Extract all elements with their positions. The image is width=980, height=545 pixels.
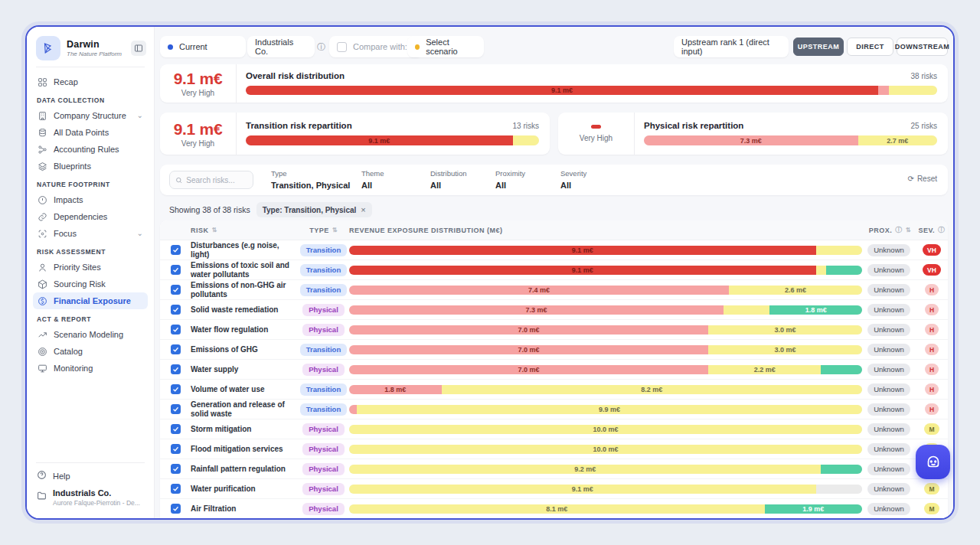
filter-chip[interactable]: Type: Transition, Physical × [256,202,372,217]
header-type[interactable]: TYPE⇅ [298,227,349,234]
company-pill[interactable]: Industrials Co. [247,36,315,57]
table-row: Generation and release of solid waste Tr… [160,400,948,419]
risks-table: RISK⇅ TYPE⇅ REVENUE EXPOSURE DISTRIBUTIO… [160,220,948,518]
bar-segment-teal [821,365,862,374]
chip-close-icon[interactable]: × [361,205,365,214]
upstream-button[interactable]: UPSTREAM [793,38,844,56]
sort-icon[interactable]: ⇅ [906,227,911,233]
type-badge: Physical [302,423,345,436]
sidebar-item-focus[interactable]: Focus ⌄ [33,225,148,242]
bar-segment-gray [816,485,862,494]
row-checkbox[interactable] [171,285,181,295]
physical-value-dash [591,125,601,129]
sidebar-item-sourcing-risk[interactable]: Sourcing Risk ⌄ [33,276,148,292]
sidebar-item-all-data-points[interactable]: All Data Points ⌄ [33,124,148,141]
row-checkbox[interactable] [171,444,181,454]
sidebar-section-label: DATA COLLECTION [33,90,148,107]
select-scenario-pill[interactable]: Select scenario [407,36,484,57]
help-label: Help [53,472,144,481]
row-checkbox[interactable] [171,364,181,374]
filter-type[interactable]: Type Transition, Physical [271,169,350,190]
row-checkbox[interactable] [171,484,181,494]
help-icon [37,469,47,483]
bar-segment-teal [826,266,862,275]
info-icon[interactable]: ⓘ [938,225,946,235]
rank-select[interactable]: Upstream rank 1 (direct input) [674,36,789,57]
type-badge: Physical [302,364,345,376]
chevron-down-icon: ⌄ [137,230,143,237]
header-prox[interactable]: PROX.ⓘ⇅ [862,225,916,235]
monitor-icon [38,364,47,374]
filter-theme[interactable]: Theme All [361,169,384,190]
table-header: RISK⇅ TYPE⇅ REVENUE EXPOSURE DISTRIBUTIO… [160,220,948,240]
sidebar-item-catalog[interactable]: Catalog ⌄ [33,343,148,360]
org-name: Industrials Co. [53,488,140,498]
sidebar-item-impacts[interactable]: Impacts ⌄ [33,191,148,208]
filter-distribution[interactable]: Distribution All [430,169,467,190]
link-icon [37,211,47,222]
bar-segment-yellow: 2.2 m€ [708,365,821,374]
sidebar-section-label: RISK ASSESSMENT [33,242,148,259]
sidebar-collapse-button[interactable] [131,41,146,56]
table-row: Flood mitigation services Physical 10.0 … [160,439,948,459]
row-checkbox[interactable] [171,245,181,255]
row-checkbox[interactable] [171,504,181,514]
row-checkbox[interactable] [171,305,181,315]
assistant-fab-button[interactable] [916,445,950,479]
row-checkbox[interactable] [171,344,181,354]
row-checkbox[interactable] [171,464,181,474]
filter-proximity[interactable]: Proximity All [495,169,525,190]
help-button[interactable]: Help [33,468,148,485]
overall-count: 38 risks [911,72,937,80]
bar-segment-yellow: 9.9 m€ [357,405,862,414]
physical-level: Very High [580,134,612,142]
severity-badge: M [924,483,939,494]
sidebar-footer: Help Industrials Co. Aurore Falque-Pierr… [27,458,154,511]
sidebar-item-monitoring[interactable]: Monitoring ⌄ [33,360,148,377]
reset-label: Reset [917,175,937,183]
proximity-pill: Unknown [867,324,910,336]
sidebar-item-financial-exposure[interactable]: Financial Exposure ⌄ [33,292,148,309]
sidebar-nav: Recap ⌄ DATA COLLECTION Company Structur… [27,70,154,458]
sidebar-item-blueprints[interactable]: Blueprints ⌄ [33,158,148,175]
company-info-icon[interactable]: ⓘ [317,41,325,53]
sort-icon[interactable]: ⇅ [332,227,338,233]
reset-button[interactable]: ⟳ Reset [907,175,937,183]
row-checkbox[interactable] [171,404,181,414]
overall-value-block: 9.1 m€ Very High [160,64,237,103]
filter-severity[interactable]: Severity All [560,169,586,190]
current-scenario-pill[interactable]: Current [160,36,246,57]
org-switcher[interactable]: Industrials Co. Aurore Falque-Pierrotin … [33,485,148,511]
sort-icon[interactable]: ⇅ [212,227,217,233]
physical-risk-card: Very High Physical risk repartition 25 r… [558,113,948,155]
sidebar-item-dependencies[interactable]: Dependencies ⌄ [33,208,148,225]
bar-segment-yellow: 10.0 m€ [349,445,862,454]
row-checkbox[interactable] [171,325,181,335]
org-user: Aurore Falque-Pierrotin - De... [53,499,140,507]
sidebar-item-scenario-modeling[interactable]: Scenario Modeling ⌄ [33,326,148,343]
direct-button[interactable]: DIRECT [847,38,893,56]
row-checkbox[interactable] [171,424,181,434]
box-icon [38,279,47,289]
header-risk[interactable]: RISK⇅ [191,227,298,234]
coin-icon [37,295,47,306]
bar-segment-yellow: 3.0 m€ [708,345,862,354]
risk-name: Rainfall pattern regulation [191,465,298,474]
sidebar-item-recap[interactable]: Recap ⌄ [33,73,148,90]
sidebar-item-priority-sites[interactable]: Priority Sites ⌄ [33,259,148,276]
table-row: Emissions of GHG Transition 7.0 m€3.0 m€… [160,340,948,360]
downstream-button[interactable]: DOWNSTREAM [897,38,948,56]
info-icon[interactable]: ⓘ [895,225,903,235]
row-checkbox[interactable] [171,384,181,394]
reset-icon: ⟳ [907,175,913,183]
sidebar-item-company-structure[interactable]: Company Structure ⌄ [33,107,148,124]
search-input[interactable] [186,176,247,184]
sidebar-item-accounting-rules[interactable]: Accounting Rules ⌄ [33,141,148,158]
compare-checkbox[interactable] [337,42,347,52]
header-sev[interactable]: SEV.ⓘ [916,225,948,235]
branch-icon [37,144,47,155]
showing-count: Showing 38 of 38 risks [169,205,250,214]
scenario-label: Select scenario [426,38,476,56]
row-checkbox[interactable] [171,265,181,275]
bar-segment-yellow: 10.0 m€ [349,425,862,434]
